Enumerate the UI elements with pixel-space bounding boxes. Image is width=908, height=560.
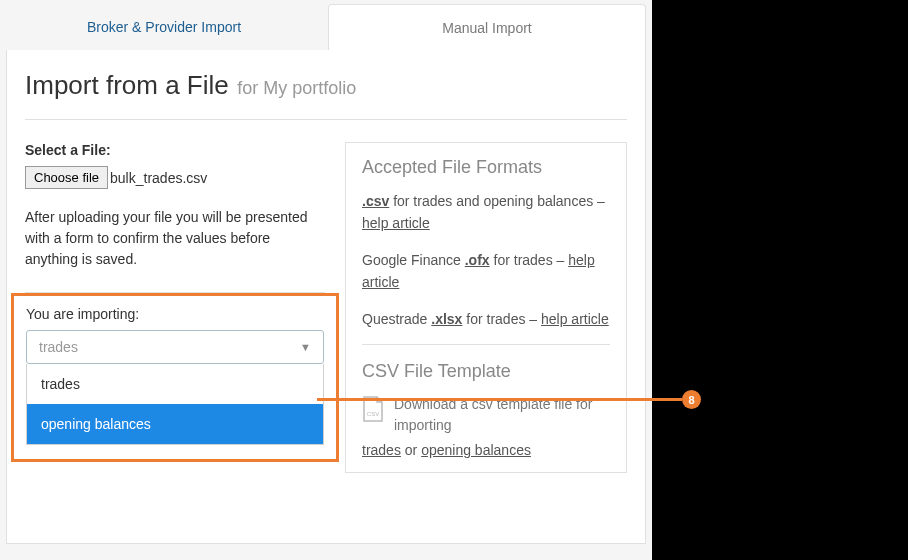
upload-helper-text: After uploading your file you will be pr… (25, 207, 325, 270)
template-opening-balances-link[interactable]: opening balances (421, 442, 531, 458)
format-csv: .csv for trades and opening balances – h… (362, 190, 610, 235)
importing-select-wrap: trades ▼ trades opening balances (26, 330, 324, 445)
callout-number: 8 (688, 394, 694, 406)
annotation-column: 8 (652, 0, 908, 560)
content-panel: Import from a File for My portfolio Sele… (6, 50, 646, 544)
tab-broker-label: Broker & Provider Import (87, 19, 241, 35)
tabs-row: Broker & Provider Import Manual Import (6, 4, 646, 50)
xlsx-help-link[interactable]: help article (541, 311, 609, 327)
select-file-label: Select a File: (25, 142, 325, 158)
left-panel: Select a File: Choose file bulk_trades.c… (25, 142, 325, 473)
template-trades-link[interactable]: trades (362, 442, 401, 458)
template-or: or (401, 442, 421, 458)
file-input-row: Choose file bulk_trades.csv (25, 166, 325, 189)
page-title-row: Import from a File for My portfolio (25, 70, 627, 120)
template-links: trades or opening balances (362, 442, 610, 458)
tab-manual-label: Manual Import (442, 20, 531, 36)
chevron-down-icon: ▼ (300, 341, 311, 353)
dropdown-option-trades[interactable]: trades (27, 364, 323, 404)
importing-highlight-box: You are importing: trades ▼ trades openi… (11, 293, 339, 462)
csv-ext-link[interactable]: .csv (362, 193, 389, 209)
selected-filename: bulk_trades.csv (110, 170, 207, 186)
csv-template-title: CSV File Template (362, 361, 610, 382)
callout-arrow-line (317, 398, 682, 401)
xlsx-text: for trades – (462, 311, 541, 327)
importing-select[interactable]: trades ▼ (26, 330, 324, 364)
columns: Select a File: Choose file bulk_trades.c… (25, 142, 627, 473)
csv-help-link[interactable]: help article (362, 215, 430, 231)
ofx-text: for trades – (490, 252, 569, 268)
csv-text: for trades and opening balances – (389, 193, 605, 209)
importing-label: You are importing: (26, 306, 324, 322)
page-subtitle: for My portfolio (237, 78, 356, 98)
right-panel: Accepted File Formats .csv for trades an… (345, 142, 627, 473)
app-container: Broker & Provider Import Manual Import I… (0, 0, 652, 560)
format-xlsx: Questrade .xlsx for trades – help articl… (362, 308, 610, 330)
ofx-prefix: Google Finance (362, 252, 465, 268)
importing-selected-value: trades (39, 339, 78, 355)
xlsx-ext-link[interactable]: .xlsx (431, 311, 462, 327)
tab-manual-import[interactable]: Manual Import (328, 4, 646, 50)
ofx-ext-link[interactable]: .ofx (465, 252, 490, 268)
dropdown-option-opening-balances[interactable]: opening balances (27, 404, 323, 444)
xlsx-prefix: Questrade (362, 311, 431, 327)
importing-dropdown: trades opening balances (26, 364, 324, 445)
tab-broker-import[interactable]: Broker & Provider Import (6, 4, 322, 50)
callout-badge: 8 (682, 390, 701, 409)
accepted-formats-title: Accepted File Formats (362, 157, 610, 178)
svg-text:CSV: CSV (367, 411, 379, 417)
format-ofx: Google Finance .ofx for trades – help ar… (362, 249, 610, 294)
page-title: Import from a File (25, 70, 229, 100)
choose-file-button[interactable]: Choose file (25, 166, 108, 189)
